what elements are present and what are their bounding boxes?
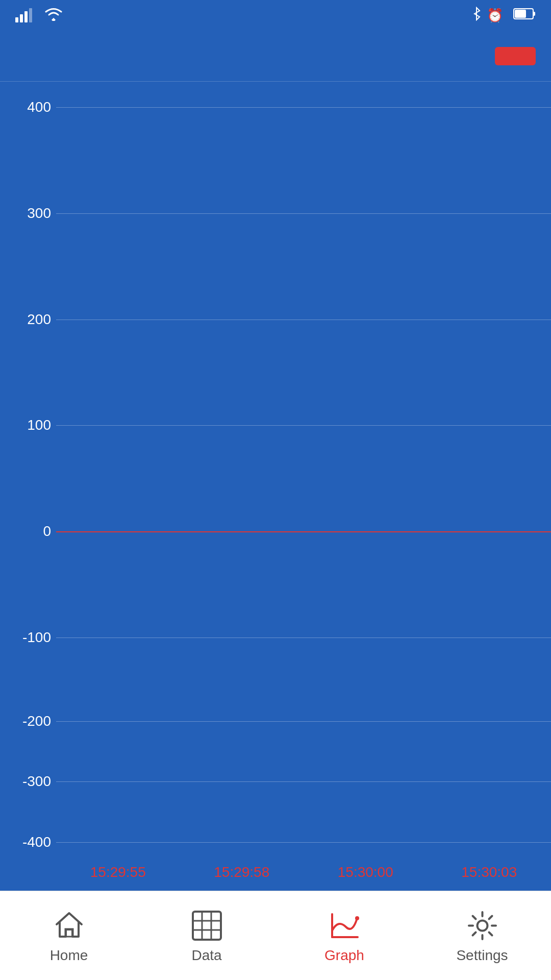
svg-rect-1	[533, 12, 535, 16]
alarm-icon: ⏰	[487, 8, 503, 23]
chart-plot	[56, 92, 551, 850]
nav-item-data[interactable]: Data	[138, 908, 276, 964]
nav-label-settings: Settings	[456, 947, 508, 964]
nav-item-settings[interactable]: Settings	[413, 908, 551, 964]
y-axis-label: -300	[22, 773, 51, 790]
nav-label-data: Data	[191, 947, 221, 964]
status-right: ⏰	[471, 7, 536, 24]
data-line	[56, 531, 551, 532]
graph-icon	[327, 908, 362, 943]
signal-icon	[15, 8, 32, 22]
settings-icon	[464, 908, 500, 943]
svg-rect-4	[193, 912, 221, 940]
y-axis-label: 400	[27, 99, 51, 115]
x-axis-label: 15:29:58	[214, 864, 269, 880]
y-axis-label: -200	[22, 713, 51, 729]
nav-label-home: Home	[50, 947, 88, 964]
y-axis: 4003002001000-100-200-300-400	[0, 92, 56, 850]
chart-container: 4003002001000-100-200-300-400 15:29:5515…	[0, 82, 551, 891]
data-icon	[189, 908, 224, 943]
home-icon	[51, 908, 87, 943]
grid-line	[56, 842, 551, 843]
svg-rect-2	[515, 10, 526, 18]
battery-icon	[513, 8, 536, 23]
svg-point-11	[355, 916, 359, 920]
wifi-icon	[44, 7, 63, 24]
nav-item-graph[interactable]: Graph	[276, 908, 413, 964]
y-axis-label: 0	[43, 523, 51, 540]
y-axis-label: -100	[22, 629, 51, 646]
y-axis-label: 300	[27, 205, 51, 222]
x-axis-label: 15:30:00	[338, 864, 393, 880]
bottom-nav: Home Data Graph	[0, 891, 551, 980]
grid-line	[56, 213, 551, 214]
svg-point-12	[477, 920, 487, 930]
grid-line	[56, 320, 551, 320]
grid-line	[56, 107, 551, 108]
save-button[interactable]	[495, 47, 536, 65]
chart-inner: 4003002001000-100-200-300-400	[0, 92, 551, 850]
status-bar: ⏰	[0, 0, 551, 31]
status-left	[15, 7, 63, 24]
header	[0, 31, 551, 82]
y-axis-label: -400	[22, 834, 51, 850]
y-axis-label: 200	[27, 311, 51, 328]
grid-line	[56, 638, 551, 638]
x-axis-label: 15:29:55	[90, 864, 146, 880]
x-axis: 15:29:5515:29:5815:30:0015:30:03	[56, 864, 551, 880]
x-axis-label: 15:30:03	[461, 864, 517, 880]
grid-line	[56, 721, 551, 722]
grid-line	[56, 425, 551, 426]
nav-item-home[interactable]: Home	[0, 908, 138, 964]
nav-label-graph: Graph	[324, 947, 364, 964]
grid-line	[56, 781, 551, 782]
y-axis-label: 100	[27, 417, 51, 433]
bluetooth-icon	[471, 7, 482, 24]
